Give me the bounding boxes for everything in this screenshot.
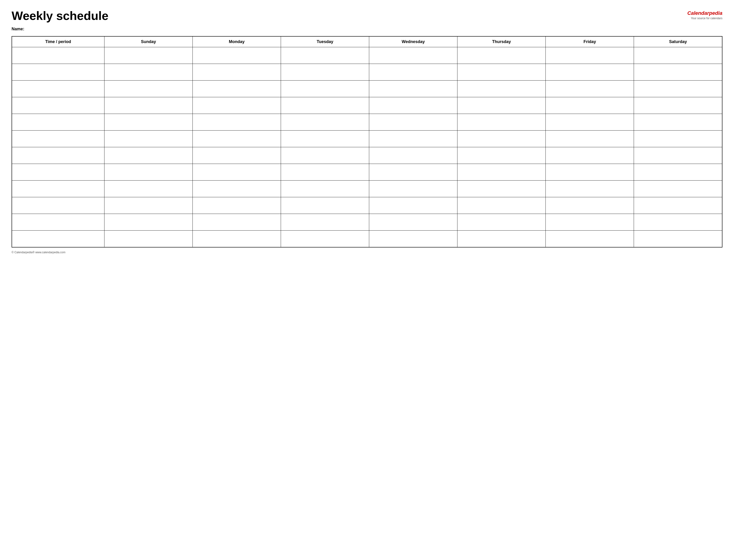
schedule-cell[interactable]	[458, 81, 546, 97]
schedule-cell[interactable]	[546, 197, 634, 214]
schedule-cell[interactable]	[634, 164, 722, 181]
schedule-cell[interactable]	[546, 214, 634, 231]
schedule-cell[interactable]	[546, 181, 634, 197]
schedule-cell[interactable]	[458, 181, 546, 197]
schedule-cell[interactable]	[369, 97, 458, 114]
time-cell[interactable]	[12, 131, 104, 147]
schedule-cell[interactable]	[369, 181, 458, 197]
schedule-cell[interactable]	[281, 181, 369, 197]
schedule-cell[interactable]	[634, 181, 722, 197]
schedule-cell[interactable]	[634, 64, 722, 81]
schedule-cell[interactable]	[193, 47, 281, 64]
time-cell[interactable]	[12, 214, 104, 231]
schedule-cell[interactable]	[369, 147, 458, 164]
time-cell[interactable]	[12, 114, 104, 131]
schedule-cell[interactable]	[104, 181, 193, 197]
time-cell[interactable]	[12, 47, 104, 64]
schedule-cell[interactable]	[546, 147, 634, 164]
time-cell[interactable]	[12, 81, 104, 97]
brand-prefix: Calendar	[687, 10, 709, 16]
time-cell[interactable]	[12, 181, 104, 197]
schedule-cell[interactable]	[369, 81, 458, 97]
schedule-cell[interactable]	[281, 114, 369, 131]
schedule-cell[interactable]	[458, 164, 546, 181]
schedule-cell[interactable]	[104, 131, 193, 147]
schedule-cell[interactable]	[458, 131, 546, 147]
schedule-cell[interactable]	[193, 164, 281, 181]
schedule-cell[interactable]	[458, 97, 546, 114]
schedule-cell[interactable]	[634, 47, 722, 64]
time-cell[interactable]	[12, 97, 104, 114]
schedule-cell[interactable]	[546, 164, 634, 181]
schedule-cell[interactable]	[369, 164, 458, 181]
schedule-cell[interactable]	[281, 47, 369, 64]
schedule-cell[interactable]	[458, 214, 546, 231]
time-cell[interactable]	[12, 197, 104, 214]
schedule-cell[interactable]	[546, 64, 634, 81]
schedule-cell[interactable]	[193, 114, 281, 131]
time-cell[interactable]	[12, 147, 104, 164]
schedule-cell[interactable]	[546, 131, 634, 147]
schedule-cell[interactable]	[281, 147, 369, 164]
schedule-cell[interactable]	[193, 214, 281, 231]
schedule-cell[interactable]	[104, 164, 193, 181]
schedule-cell[interactable]	[104, 81, 193, 97]
schedule-cell[interactable]	[546, 97, 634, 114]
schedule-cell[interactable]	[281, 131, 369, 147]
schedule-cell[interactable]	[369, 197, 458, 214]
schedule-cell[interactable]	[634, 114, 722, 131]
schedule-cell[interactable]	[193, 147, 281, 164]
schedule-cell[interactable]	[369, 114, 458, 131]
schedule-cell[interactable]	[634, 97, 722, 114]
schedule-cell[interactable]	[193, 97, 281, 114]
schedule-cell[interactable]	[458, 231, 546, 247]
schedule-cell[interactable]	[281, 64, 369, 81]
time-cell[interactable]	[12, 164, 104, 181]
schedule-cell[interactable]	[634, 81, 722, 97]
schedule-cell[interactable]	[281, 97, 369, 114]
schedule-cell[interactable]	[546, 231, 634, 247]
schedule-cell[interactable]	[281, 164, 369, 181]
schedule-cell[interactable]	[281, 214, 369, 231]
schedule-cell[interactable]	[634, 197, 722, 214]
schedule-cell[interactable]	[104, 114, 193, 131]
schedule-cell[interactable]	[193, 231, 281, 247]
schedule-cell[interactable]	[458, 197, 546, 214]
schedule-cell[interactable]	[104, 97, 193, 114]
schedule-cell[interactable]	[634, 231, 722, 247]
schedule-cell[interactable]	[369, 64, 458, 81]
schedule-cell[interactable]	[104, 47, 193, 64]
schedule-cell[interactable]	[104, 197, 193, 214]
schedule-cell[interactable]	[369, 214, 458, 231]
schedule-cell[interactable]	[281, 197, 369, 214]
schedule-cell[interactable]	[104, 147, 193, 164]
schedule-cell[interactable]	[104, 214, 193, 231]
schedule-cell[interactable]	[458, 64, 546, 81]
schedule-cell[interactable]	[546, 81, 634, 97]
time-cell[interactable]	[12, 231, 104, 247]
schedule-cell[interactable]	[193, 131, 281, 147]
schedule-cell[interactable]	[281, 81, 369, 97]
schedule-cell[interactable]	[104, 64, 193, 81]
schedule-cell[interactable]	[193, 81, 281, 97]
schedule-cell[interactable]	[104, 231, 193, 247]
schedule-cell[interactable]	[634, 214, 722, 231]
schedule-cell[interactable]	[546, 47, 634, 64]
table-row	[12, 164, 722, 181]
schedule-cell[interactable]	[193, 181, 281, 197]
schedule-cell[interactable]	[546, 114, 634, 131]
brand-logo: Calendarpedia Your source for calendars	[687, 9, 722, 20]
table-row	[12, 181, 722, 197]
schedule-cell[interactable]	[281, 231, 369, 247]
schedule-cell[interactable]	[369, 231, 458, 247]
schedule-cell[interactable]	[193, 64, 281, 81]
time-cell[interactable]	[12, 64, 104, 81]
schedule-cell[interactable]	[458, 147, 546, 164]
schedule-cell[interactable]	[634, 131, 722, 147]
schedule-cell[interactable]	[634, 147, 722, 164]
schedule-cell[interactable]	[369, 131, 458, 147]
schedule-cell[interactable]	[458, 114, 546, 131]
schedule-cell[interactable]	[193, 197, 281, 214]
schedule-cell[interactable]	[458, 47, 546, 64]
schedule-cell[interactable]	[369, 47, 458, 64]
